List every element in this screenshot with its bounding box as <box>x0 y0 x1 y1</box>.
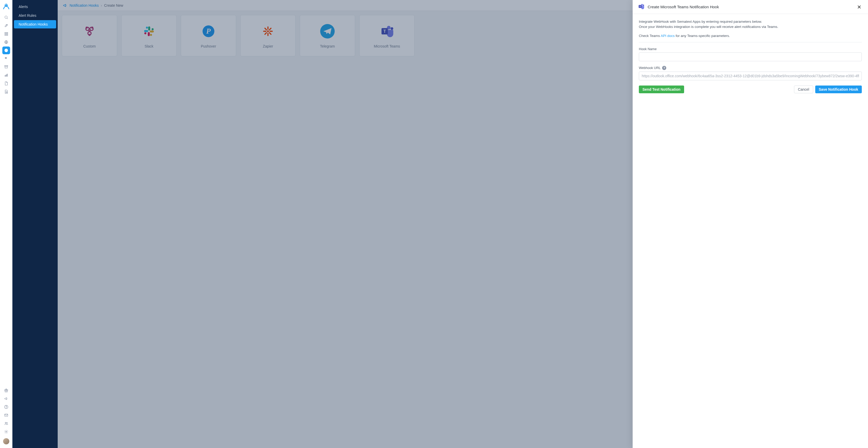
svg-point-64 <box>643 5 644 6</box>
intro-text: Integrate WebHook with Sematext Apps by … <box>639 19 862 42</box>
panel-body: Integrate WebHook with Sematext Apps by … <box>633 14 868 98</box>
gear-icon[interactable] <box>2 428 10 436</box>
svg-point-0 <box>4 4 7 7</box>
svg-point-30 <box>6 422 7 423</box>
panel-header: T Create Microsoft Teams Notification Ho… <box>633 0 868 14</box>
svg-rect-9 <box>5 34 5 34</box>
rocket-icon[interactable] <box>2 22 10 30</box>
avatar[interactable] <box>3 438 9 444</box>
main-content: Notification Hooks › Create New Custom <box>58 0 868 448</box>
sidebar-item-notification-hooks[interactable]: Notification Hooks <box>14 20 56 28</box>
svg-line-4 <box>7 18 8 19</box>
send-test-button[interactable]: Send Test Notification <box>639 85 684 93</box>
svg-point-31 <box>6 431 7 432</box>
svg-rect-14 <box>7 35 8 35</box>
users-icon[interactable] <box>2 420 10 427</box>
megaphone-icon[interactable] <box>2 395 10 403</box>
help-icon[interactable] <box>2 403 10 411</box>
grid-icon[interactable] <box>2 30 10 38</box>
check-prefix: Check Teams <box>639 34 661 38</box>
svg-rect-7 <box>6 32 6 33</box>
svg-line-24 <box>7 93 7 93</box>
check-suffix: for any Teams-specific parameters. <box>675 34 730 38</box>
svg-text:T: T <box>640 5 641 8</box>
svg-point-3 <box>5 16 7 18</box>
alert-icon[interactable] <box>2 46 10 54</box>
svg-rect-10 <box>6 34 6 34</box>
close-icon[interactable] <box>856 3 863 10</box>
sidebar-item-alert-rules[interactable]: Alert Rules <box>14 11 56 20</box>
intro-line2: Once your WebHooks integration is comple… <box>639 24 862 30</box>
sidebar: Alerts Alert Rules Notification Hooks <box>12 0 58 448</box>
panel-title: Create Microsoft Teams Notification Hook <box>648 5 719 9</box>
archive-icon[interactable] <box>2 63 10 71</box>
sidebar-item-alerts[interactable]: Alerts <box>14 3 56 11</box>
app-logo[interactable] <box>2 2 10 10</box>
hook-name-label: Hook Name <box>639 47 862 51</box>
hook-name-input[interactable] <box>639 53 862 61</box>
globe-icon[interactable] <box>2 38 10 46</box>
ms-teams-icon: T <box>638 3 645 10</box>
create-hook-panel: T Create Microsoft Teams Notification Ho… <box>633 0 868 448</box>
bar-chart-icon[interactable] <box>2 71 10 79</box>
api-docs-link[interactable]: API docs <box>661 34 675 38</box>
webhook-url-label: Webhook URL <box>639 66 660 70</box>
svg-point-2 <box>6 4 7 5</box>
svg-rect-22 <box>7 74 7 77</box>
intro-line1: Integrate WebHook with Sematext Apps by … <box>639 19 862 24</box>
svg-rect-21 <box>6 74 6 76</box>
svg-rect-8 <box>7 32 8 33</box>
svg-rect-6 <box>5 32 5 33</box>
icon-rail <box>0 0 12 448</box>
save-button[interactable]: Save Notification Hook <box>815 85 862 93</box>
file-icon[interactable] <box>2 79 10 87</box>
mail-icon[interactable] <box>2 411 10 419</box>
help-icon[interactable]: ? <box>662 66 666 70</box>
svg-rect-20 <box>5 75 5 76</box>
svg-rect-13 <box>6 35 6 35</box>
webhook-url-input[interactable] <box>639 72 862 80</box>
file-search-icon[interactable] <box>2 88 10 96</box>
svg-point-1 <box>5 4 6 5</box>
cancel-button[interactable]: Cancel <box>794 85 813 93</box>
gift-icon[interactable] <box>2 386 10 394</box>
flag-icon[interactable] <box>2 55 10 63</box>
svg-point-29 <box>5 422 6 423</box>
search-icon[interactable] <box>2 13 10 21</box>
svg-rect-19 <box>5 66 8 66</box>
svg-rect-12 <box>5 35 5 35</box>
svg-point-5 <box>6 25 7 25</box>
svg-rect-11 <box>7 34 8 34</box>
